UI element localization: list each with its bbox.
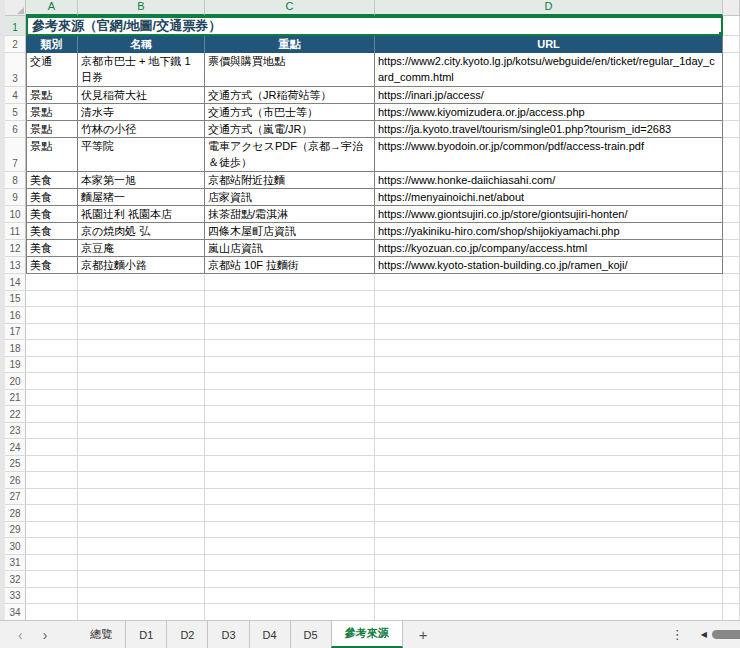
empty-cell[interactable]	[375, 423, 723, 440]
empty-cell[interactable]	[26, 423, 78, 440]
empty-cell[interactable]	[723, 291, 740, 308]
empty-cell[interactable]	[205, 456, 375, 473]
cell-name[interactable]: 竹林の小径	[78, 121, 205, 138]
row-number[interactable]: 25	[5, 456, 26, 473]
cell-focus[interactable]: 交通方式（市巴士等）	[205, 104, 375, 121]
empty-cell[interactable]	[78, 274, 205, 291]
row-number[interactable]: 34	[5, 604, 26, 620]
row-number[interactable]: 5	[5, 104, 26, 121]
empty-cell[interactable]	[205, 291, 375, 308]
empty-cell[interactable]	[26, 291, 78, 308]
row-number[interactable]: 8	[5, 172, 26, 189]
empty-cell[interactable]	[205, 571, 375, 588]
empty-cell[interactable]	[78, 307, 205, 324]
header-cell-name[interactable]: 名稱	[78, 36, 205, 53]
empty-cell[interactable]	[723, 439, 740, 456]
column-header-a[interactable]: A	[26, 0, 78, 16]
cell-e[interactable]	[723, 53, 740, 87]
add-sheet-button[interactable]: +	[403, 621, 444, 648]
empty-cell[interactable]	[205, 555, 375, 572]
cell-e[interactable]	[723, 172, 740, 189]
row-number[interactable]: 3	[5, 53, 26, 87]
cell-focus[interactable]: 交通方式（嵐電/JR）	[205, 121, 375, 138]
empty-cell[interactable]	[205, 373, 375, 390]
cell-url[interactable]: https://yakiniku-hiro.com/shop/shijokiya…	[375, 223, 723, 240]
cell-category[interactable]: 景點	[26, 87, 78, 104]
empty-cell[interactable]	[723, 274, 740, 291]
sheet-tab[interactable]: 總覽	[77, 621, 125, 648]
empty-cell[interactable]	[26, 390, 78, 407]
column-header-d[interactable]: D	[375, 0, 723, 16]
row-number[interactable]: 17	[5, 324, 26, 341]
empty-cell[interactable]	[78, 571, 205, 588]
empty-cell[interactable]	[26, 472, 78, 489]
empty-cell[interactable]	[375, 571, 723, 588]
empty-cell[interactable]	[78, 340, 205, 357]
empty-cell[interactable]	[205, 588, 375, 605]
cell-url[interactable]: https://kyozuan.co.jp/company/access.htm…	[375, 240, 723, 257]
row-number[interactable]: 18	[5, 340, 26, 357]
empty-cell[interactable]	[26, 406, 78, 423]
empty-cell[interactable]	[205, 472, 375, 489]
row-number[interactable]: 26	[5, 472, 26, 489]
cell-url[interactable]: https://www2.city.kyoto.lg.jp/kotsu/webg…	[375, 53, 723, 87]
cell-category[interactable]: 美食	[26, 189, 78, 206]
cell-e[interactable]	[723, 121, 740, 138]
column-header-b[interactable]: B	[78, 0, 205, 16]
empty-cell[interactable]	[375, 505, 723, 522]
empty-cell[interactable]	[26, 588, 78, 605]
row-number[interactable]: 12	[5, 240, 26, 257]
empty-cell[interactable]	[723, 555, 740, 572]
empty-cell[interactable]	[723, 604, 740, 620]
empty-cell[interactable]	[205, 538, 375, 555]
empty-cell[interactable]	[375, 373, 723, 390]
cell-name[interactable]: 祇園辻利 祇園本店	[78, 206, 205, 223]
cell-focus[interactable]: 票價與購買地點	[205, 53, 375, 87]
row-number[interactable]: 23	[5, 423, 26, 440]
empty-cell[interactable]	[205, 340, 375, 357]
empty-cell[interactable]	[375, 357, 723, 374]
cell-name[interactable]: 京豆庵	[78, 240, 205, 257]
empty-cell[interactable]	[375, 522, 723, 539]
empty-cell[interactable]	[723, 324, 740, 341]
cell-category[interactable]: 景點	[26, 121, 78, 138]
row-number[interactable]: 16	[5, 307, 26, 324]
empty-cell[interactable]	[375, 390, 723, 407]
empty-cell[interactable]	[205, 274, 375, 291]
row-number[interactable]: 7	[5, 138, 26, 172]
cell-focus[interactable]: 店家資訊	[205, 189, 375, 206]
row-number[interactable]: 21	[5, 390, 26, 407]
empty-cell[interactable]	[723, 571, 740, 588]
empty-cell[interactable]	[78, 373, 205, 390]
empty-cell[interactable]	[375, 274, 723, 291]
header-cell-focus[interactable]: 重點	[205, 36, 375, 53]
cell-category[interactable]: 交通	[26, 53, 78, 87]
empty-cell[interactable]	[375, 307, 723, 324]
cell-e[interactable]	[723, 189, 740, 206]
empty-cell[interactable]	[205, 439, 375, 456]
empty-cell[interactable]	[26, 489, 78, 506]
cell-name[interactable]: 伏見稲荷大社	[78, 87, 205, 104]
cell-e[interactable]	[723, 240, 740, 257]
row-number[interactable]: 19	[5, 357, 26, 374]
empty-cell[interactable]	[205, 390, 375, 407]
empty-cell[interactable]	[26, 456, 78, 473]
empty-cell[interactable]	[375, 588, 723, 605]
row-number[interactable]: 20	[5, 373, 26, 390]
empty-cell[interactable]	[205, 522, 375, 539]
empty-cell[interactable]	[26, 357, 78, 374]
sheet-tab-active[interactable]: 參考來源	[331, 621, 403, 648]
empty-cell[interactable]	[78, 522, 205, 539]
empty-cell[interactable]	[26, 373, 78, 390]
empty-cell[interactable]	[375, 456, 723, 473]
header-cell-category[interactable]: 類別	[26, 36, 78, 53]
empty-cell[interactable]	[78, 505, 205, 522]
empty-cell[interactable]	[26, 274, 78, 291]
empty-cell[interactable]	[723, 456, 740, 473]
empty-cell[interactable]	[723, 406, 740, 423]
cell-focus[interactable]: 京都站附近拉麵	[205, 172, 375, 189]
cell-url[interactable]: https://www.giontsujiri.co.jp/store/gion…	[375, 206, 723, 223]
empty-cell[interactable]	[375, 489, 723, 506]
empty-cell[interactable]	[205, 604, 375, 620]
empty-cell[interactable]	[723, 522, 740, 539]
